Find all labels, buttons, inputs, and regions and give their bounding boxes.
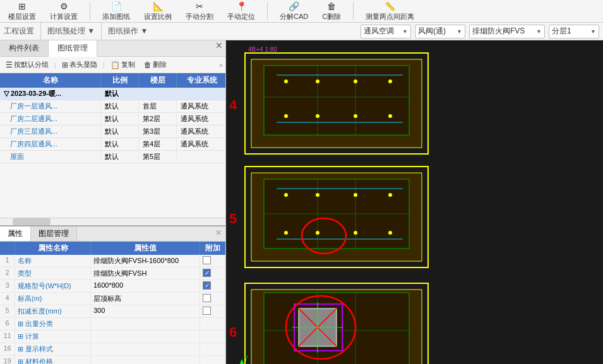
prop-name-1[interactable]: 类型 [15, 267, 91, 279]
mark-5-4 [388, 193, 392, 197]
group-by-default-btn[interactable]: ☰ 按默认分组 [3, 59, 52, 71]
fire-dropdown[interactable]: 排烟防火阀FVS ▼ [469, 25, 545, 38]
row-floor-3: 第3层 [139, 126, 177, 138]
mark-5-7 [354, 231, 357, 235]
sep3 [353, 3, 354, 20]
props-row[interactable]: 19 ⊞ 材料价格 [0, 356, 225, 364]
table-row[interactable]: 厂房三层通风... 默认 第3层 通风系统 [0, 126, 225, 138]
props-table-header: 属性名称 属性值 附加 [0, 242, 225, 255]
group-preprocess: 图纸预处理 ▼ [47, 26, 95, 37]
calc-settings-btn[interactable]: ⚙ 计算设置 [45, 0, 82, 23]
valve-dropdown[interactable]: 风阀(通) ▼ [415, 25, 465, 38]
prop-name-4[interactable]: 扣减长度(mm) [15, 305, 91, 317]
manual-locate-btn[interactable]: 📍 手动定位 [223, 0, 260, 23]
expand-icon-8: ⊞ [18, 358, 23, 364]
panel-close-btn[interactable]: ✕ [213, 40, 225, 56]
tab-component-list[interactable]: 构件列表 [0, 40, 49, 56]
prop-check-4 [200, 305, 225, 317]
system-dropdown[interactable]: 通风空调 ▼ [361, 25, 411, 38]
expand-more-btn[interactable]: » [219, 61, 223, 69]
scale-icon: 📐 [153, 1, 164, 11]
toolbar-sep-v1: | [54, 61, 56, 69]
delete-btn[interactable]: 🗑 C删除 [318, 0, 345, 23]
prop-check-8 [200, 356, 225, 364]
props-row[interactable]: 6 ⊞ 出量分类 [0, 318, 225, 331]
tab-layer-management[interactable]: 图层管理 [31, 226, 77, 241]
bottom-panel-close-btn[interactable]: ✕ [212, 226, 225, 241]
settings-label: 工程设置 [4, 26, 34, 37]
mark-5-3 [354, 193, 357, 197]
prop-name-3[interactable]: 标高(m) [15, 293, 91, 305]
mark-4-3 [354, 79, 357, 83]
row-system-0 [177, 88, 225, 100]
panel-delete-btn[interactable]: 🗑 删除 [141, 59, 170, 71]
row-name-2[interactable]: 厂房二层通风... [0, 113, 101, 125]
collapse-icon-0: ▽ [4, 90, 9, 98]
row-name-3[interactable]: 厂房三层通风... [0, 126, 101, 138]
props-row[interactable]: 4 标高(m) 层顶标高 [0, 293, 225, 305]
layer-arrow: ▼ [590, 28, 596, 35]
copy-btn[interactable]: 📋 复制 [107, 59, 138, 71]
prop-check-5 [200, 318, 225, 330]
props-row[interactable]: 2 类型 排烟防火阀FVSH ✓ [0, 267, 225, 280]
table-row[interactable]: 厂房四层通风... 默认 第4层 通风系统 [0, 138, 225, 151]
table-row[interactable]: 厂房一层通风... 默认 首层 通风系统 [0, 100, 225, 113]
horizontal-scrollbar[interactable] [0, 218, 225, 225]
prop-name-8[interactable]: ⊞ 材料价格 [15, 356, 91, 364]
header-scale: 比例 [101, 73, 139, 88]
header-floor: 楼层 [139, 73, 177, 88]
floor-settings-btn[interactable]: ⊞ 楼层设置 [4, 0, 40, 23]
scale-text-4: 4B+4 1:80 [248, 46, 277, 53]
row-scale-1: 默认 [101, 100, 139, 112]
tab-drawing-management[interactable]: 图纸管理 [49, 40, 97, 57]
prop-name-5[interactable]: ⊞ 出量分类 [15, 318, 91, 330]
manual-split-btn[interactable]: ✂ 手动分割 [181, 0, 218, 23]
left-panel: 构件列表 图纸管理 ✕ ☰ 按默认分组 | ⊞ 表头显隐 | [0, 40, 226, 364]
layer-dropdown[interactable]: 分层1 ▼ [549, 25, 599, 38]
row-floor-1: 首层 [139, 100, 177, 112]
prop-name-6[interactable]: ⊞ 计算 [15, 331, 91, 343]
floor-label-5: 5 [229, 211, 237, 226]
room-box-4 [264, 66, 409, 135]
props-row[interactable]: 5 扣减长度(mm) 300 [0, 305, 225, 318]
props-row[interactable]: 16 ⊞ 显示样式 [0, 343, 225, 356]
row-name-4[interactable]: 厂房四层通风... [0, 138, 101, 150]
props-row[interactable]: 1 名称 排烟防火阀FVSH-1600*800 [0, 255, 225, 267]
table-row[interactable]: 厂房二层通风... 默认 第2层 通风系统 [0, 113, 225, 126]
prop-name-0[interactable]: 名称 [15, 255, 91, 267]
mark-5-5 [284, 231, 288, 235]
mark-5-2 [316, 193, 319, 197]
main-content: 构件列表 图纸管理 ✕ ☰ 按默认分组 | ⊞ 表头显隐 | [0, 40, 603, 364]
set-scale-btn[interactable]: 📐 设置比例 [140, 0, 176, 23]
expand-icon-7: ⊞ [18, 345, 23, 353]
row-name-5[interactable]: 屋面 [0, 151, 101, 163]
add-drawing-btn[interactable]: 📄 添加图纸 [98, 0, 134, 23]
checkbox-0[interactable] [203, 256, 211, 264]
checkbox-2[interactable]: ✓ [203, 281, 211, 290]
prop-name-2[interactable]: 规格型号(W*H|D) [15, 280, 91, 292]
props-row[interactable]: 3 规格型号(W*H|D) 1600*800 ✓ [0, 280, 225, 293]
prop-num-6: 11 [0, 331, 15, 343]
prop-name-7[interactable]: ⊞ 显示样式 [15, 343, 91, 355]
row-floor-4: 第4层 [139, 138, 177, 150]
row-name-1[interactable]: 厂房一层通风... [0, 100, 101, 112]
y-axis-label: Y [244, 355, 248, 362]
column-visibility-btn[interactable]: ⊞ 表头显隐 [59, 59, 100, 71]
tab-properties[interactable]: 属性 [0, 226, 31, 241]
prop-value-0: 排烟防火阀FVSH-1600*800 [91, 255, 200, 267]
table-row[interactable]: ▽ 2023-03-29-暖... 默认 [0, 88, 225, 100]
cad-canvas-area[interactable]: 4B+4 1:80 4 [226, 40, 603, 364]
mark-4-8 [388, 114, 392, 118]
valve-value: 风阀(通) [418, 26, 446, 37]
measure-btn[interactable]: 📏 测量两点间距离 [361, 0, 419, 23]
checkbox-3[interactable] [203, 294, 211, 302]
checkbox-4[interactable] [203, 307, 211, 315]
decompose-cad-btn[interactable]: 🔗 分解CAD [275, 0, 313, 23]
cad-svg: 4B+4 1:80 4 [226, 40, 603, 364]
sep1 [90, 3, 90, 20]
checkbox-1[interactable]: ✓ [203, 269, 211, 277]
props-row[interactable]: 11 ⊞ 计算 [0, 331, 225, 343]
floor-icon: ⊞ [18, 1, 26, 11]
sep4 [40, 23, 41, 40]
table-row[interactable]: 屋面 默认 第5层 [0, 151, 225, 163]
